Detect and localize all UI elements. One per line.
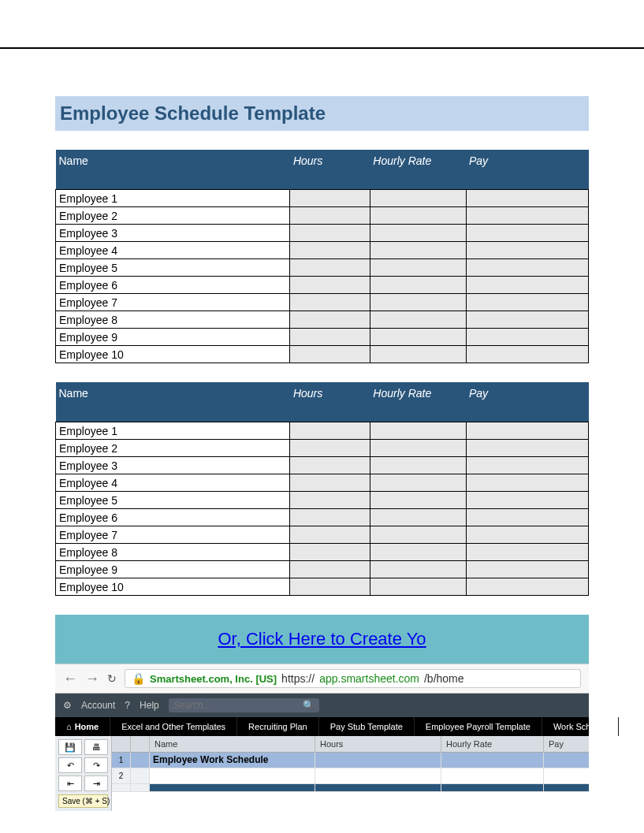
value-cell[interactable] xyxy=(466,190,589,207)
value-cell[interactable] xyxy=(290,242,370,259)
cell[interactable] xyxy=(315,784,441,792)
value-cell[interactable] xyxy=(370,346,466,363)
value-cell[interactable] xyxy=(290,457,370,474)
employee-name-cell[interactable]: Employee 6 xyxy=(56,509,290,526)
value-cell[interactable] xyxy=(290,294,370,311)
value-cell[interactable] xyxy=(466,492,589,509)
cell[interactable] xyxy=(544,753,589,768)
employee-name-cell[interactable]: Employee 3 xyxy=(56,225,290,242)
search-input[interactable] xyxy=(173,700,300,711)
employee-name-cell[interactable]: Employee 8 xyxy=(56,311,290,329)
sheet-title-row[interactable]: 1 Employee Work Schedule xyxy=(112,753,589,768)
reload-icon[interactable]: ↻ xyxy=(107,672,117,685)
sheet-row[interactable]: 2 xyxy=(112,768,589,784)
value-cell[interactable] xyxy=(466,457,589,474)
employee-name-cell[interactable]: Employee 5 xyxy=(56,259,290,277)
value-cell[interactable] xyxy=(466,346,589,363)
value-cell[interactable] xyxy=(370,509,466,526)
search-box[interactable]: 🔍 xyxy=(169,698,319,712)
cell[interactable] xyxy=(441,784,544,792)
back-icon[interactable]: ← xyxy=(63,671,77,687)
value-cell[interactable] xyxy=(370,311,466,329)
value-cell[interactable] xyxy=(466,526,589,544)
employee-name-cell[interactable]: Employee 7 xyxy=(56,294,290,311)
tool-indent[interactable]: ⇤ xyxy=(58,775,82,791)
employee-name-cell[interactable]: Employee 9 xyxy=(56,329,290,346)
hdr-hours[interactable]: Hours xyxy=(315,736,441,752)
value-cell[interactable] xyxy=(370,277,466,294)
value-cell[interactable] xyxy=(290,311,370,329)
help-link[interactable]: Help xyxy=(140,700,159,711)
value-cell[interactable] xyxy=(370,544,466,561)
employee-name-cell[interactable]: Employee 7 xyxy=(56,526,290,544)
value-cell[interactable] xyxy=(370,440,466,457)
value-cell[interactable] xyxy=(466,578,589,596)
value-cell[interactable] xyxy=(370,329,466,346)
value-cell[interactable] xyxy=(290,259,370,277)
value-cell[interactable] xyxy=(290,329,370,346)
tool-print[interactable]: 🖶 xyxy=(84,739,108,755)
account-link[interactable]: Account xyxy=(81,700,115,711)
cell[interactable] xyxy=(315,753,441,768)
value-cell[interactable] xyxy=(370,561,466,578)
hdr-rate[interactable]: Hourly Rate xyxy=(441,736,544,752)
value-cell[interactable] xyxy=(290,190,370,207)
sheet-row-dark[interactable] xyxy=(112,784,589,792)
employee-name-cell[interactable]: Employee 2 xyxy=(56,440,290,457)
value-cell[interactable] xyxy=(290,526,370,544)
employee-name-cell[interactable]: Employee 4 xyxy=(56,242,290,259)
value-cell[interactable] xyxy=(466,474,589,492)
value-cell[interactable] xyxy=(290,207,370,225)
address-bar[interactable]: 🔒 Smartsheet.com, Inc. [US] https://app.… xyxy=(125,669,581,688)
value-cell[interactable] xyxy=(466,422,589,440)
help-icon[interactable]: ? xyxy=(125,700,130,711)
value-cell[interactable] xyxy=(290,474,370,492)
value-cell[interactable] xyxy=(290,422,370,440)
employee-name-cell[interactable]: Employee 10 xyxy=(56,578,290,596)
value-cell[interactable] xyxy=(466,311,589,329)
value-cell[interactable] xyxy=(290,492,370,509)
tab-paystub[interactable]: Pay Stub Template xyxy=(319,717,415,736)
value-cell[interactable] xyxy=(370,190,466,207)
value-cell[interactable] xyxy=(370,207,466,225)
value-cell[interactable] xyxy=(466,277,589,294)
hdr-name[interactable]: Name xyxy=(150,736,315,752)
cell[interactable] xyxy=(441,753,544,768)
employee-name-cell[interactable]: Employee 3 xyxy=(56,457,290,474)
value-cell[interactable] xyxy=(290,578,370,596)
value-cell[interactable] xyxy=(466,294,589,311)
employee-name-cell[interactable]: Employee 10 xyxy=(56,346,290,363)
value-cell[interactable] xyxy=(466,561,589,578)
value-cell[interactable] xyxy=(290,509,370,526)
cell[interactable] xyxy=(544,768,589,784)
value-cell[interactable] xyxy=(466,259,589,277)
cell[interactable] xyxy=(150,784,315,792)
value-cell[interactable] xyxy=(290,544,370,561)
tool-undo[interactable]: ↶ xyxy=(58,757,82,773)
tab-payroll[interactable]: Employee Payroll Template xyxy=(415,717,542,736)
value-cell[interactable] xyxy=(466,440,589,457)
forward-icon[interactable]: → xyxy=(85,671,99,687)
employee-name-cell[interactable]: Employee 8 xyxy=(56,544,290,561)
value-cell[interactable] xyxy=(370,422,466,440)
value-cell[interactable] xyxy=(290,346,370,363)
employee-name-cell[interactable]: Employee 5 xyxy=(56,492,290,509)
tool-outdent[interactable]: ⇥ xyxy=(84,775,108,791)
employee-name-cell[interactable]: Employee 1 xyxy=(56,422,290,440)
value-cell[interactable] xyxy=(290,277,370,294)
tab-recruiting[interactable]: Recruiting Plan xyxy=(237,717,319,736)
employee-name-cell[interactable]: Employee 4 xyxy=(56,474,290,492)
value-cell[interactable] xyxy=(370,526,466,544)
value-cell[interactable] xyxy=(370,259,466,277)
cell[interactable] xyxy=(441,768,544,784)
value-cell[interactable] xyxy=(370,294,466,311)
value-cell[interactable] xyxy=(466,225,589,242)
cta-link[interactable]: Or, Click Here to Create Yo xyxy=(218,629,426,649)
value-cell[interactable] xyxy=(466,329,589,346)
tool-redo[interactable]: ↷ xyxy=(84,757,108,773)
value-cell[interactable] xyxy=(466,509,589,526)
value-cell[interactable] xyxy=(290,440,370,457)
cell[interactable] xyxy=(150,768,315,784)
value-cell[interactable] xyxy=(370,225,466,242)
value-cell[interactable] xyxy=(290,225,370,242)
